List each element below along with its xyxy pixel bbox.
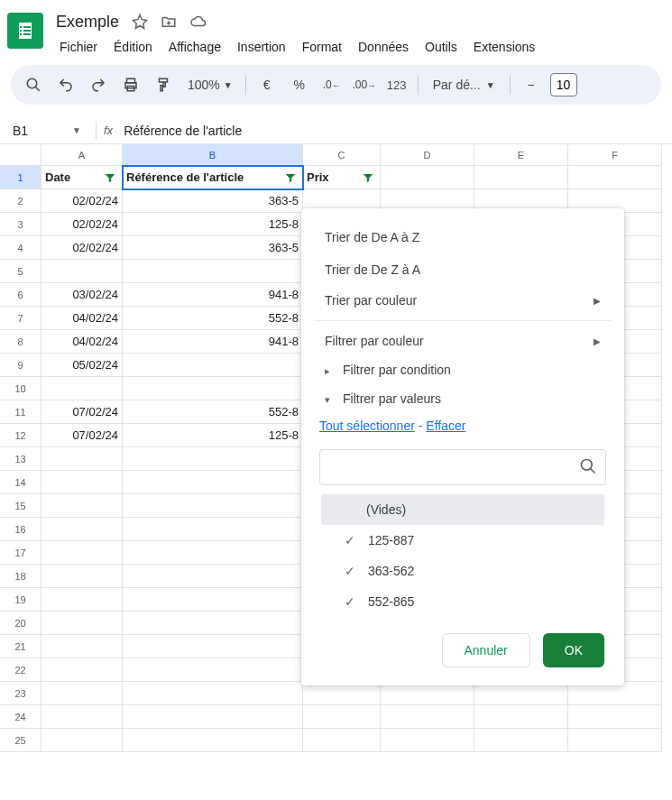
cloud-icon[interactable] [189, 14, 207, 30]
decrease-font-button[interactable]: − [518, 71, 545, 98]
cell[interactable] [123, 518, 303, 541]
cell[interactable] [568, 705, 662, 729]
row-header[interactable]: 16 [0, 518, 41, 541]
menu-édition[interactable]: Édition [106, 36, 160, 58]
formula-input[interactable]: Référence de l'article [124, 124, 242, 138]
cell[interactable] [123, 471, 303, 494]
cell[interactable]: 02/02/24 [41, 236, 123, 260]
row-header[interactable]: 13 [0, 447, 41, 471]
font-dropdown[interactable]: Par dé...▼ [426, 78, 502, 92]
cell[interactable] [123, 588, 303, 611]
row-header[interactable]: 5 [0, 260, 41, 283]
sort-by-color[interactable]: Trier par couleur▶ [301, 286, 624, 315]
cell[interactable]: 941-8 [123, 330, 303, 354]
percent-button[interactable]: % [286, 71, 313, 98]
filter-search-input[interactable] [319, 449, 606, 485]
cell[interactable]: 552-8 [123, 307, 303, 330]
row-header[interactable]: 25 [0, 729, 41, 752]
cell[interactable] [303, 705, 381, 729]
column-header[interactable]: E [474, 144, 568, 166]
row-header[interactable]: 19 [0, 588, 41, 611]
row-header[interactable]: 2 [0, 189, 41, 213]
cell[interactable] [303, 729, 381, 752]
cell[interactable] [41, 541, 123, 565]
cell[interactable]: 125-8 [123, 424, 303, 447]
cell[interactable] [381, 166, 474, 189]
cell[interactable] [123, 447, 303, 471]
search-icon[interactable] [20, 71, 47, 98]
cell[interactable] [41, 565, 123, 588]
cell[interactable] [41, 729, 123, 752]
sort-az[interactable]: Trier de De A à Z [301, 221, 624, 253]
row-header[interactable]: 6 [0, 283, 41, 307]
zoom-dropdown[interactable]: 100%▼ [182, 78, 238, 92]
cell[interactable] [123, 611, 303, 635]
filter-value-item[interactable]: ✓363-562 [321, 556, 604, 586]
cell[interactable] [123, 377, 303, 400]
cancel-button[interactable]: Annuler [442, 633, 530, 667]
cell[interactable]: Date [41, 166, 123, 189]
column-header[interactable]: A [41, 144, 123, 166]
cell[interactable] [41, 471, 123, 494]
row-header[interactable]: 17 [0, 541, 41, 565]
filter-icon[interactable] [360, 170, 376, 186]
column-header[interactable]: D [381, 144, 474, 166]
cell[interactable]: 363-5 [123, 189, 303, 213]
cell[interactable]: 941-8 [123, 283, 303, 307]
cell[interactable] [41, 447, 123, 471]
number-format-button[interactable]: 123 [383, 71, 410, 98]
cell[interactable]: 02/02/24 [41, 189, 123, 213]
cell[interactable] [474, 729, 568, 752]
cell[interactable] [474, 166, 568, 189]
cell[interactable] [474, 705, 568, 729]
row-header[interactable]: 8 [0, 330, 41, 354]
cell[interactable]: 05/02/24 [41, 354, 123, 377]
doc-title[interactable]: Exemple [52, 11, 123, 33]
row-header[interactable]: 18 [0, 565, 41, 588]
select-all-corner[interactable] [0, 144, 41, 166]
star-icon[interactable] [132, 14, 148, 30]
cell[interactable] [381, 729, 474, 752]
cell-reference-box[interactable]: B1▼ [7, 124, 88, 138]
cell[interactable] [123, 682, 303, 705]
cell[interactable]: 04/02/24 [41, 307, 123, 330]
cell[interactable] [41, 658, 123, 682]
menu-outils[interactable]: Outils [418, 36, 465, 58]
cell[interactable] [41, 377, 123, 400]
cell[interactable]: 04/02/24 [41, 330, 123, 354]
row-header[interactable]: 23 [0, 682, 41, 705]
cell[interactable]: 03/02/24 [41, 283, 123, 307]
cell[interactable] [568, 729, 662, 752]
row-header[interactable]: 22 [0, 658, 41, 682]
cell[interactable] [41, 518, 123, 541]
cell[interactable] [123, 260, 303, 283]
menu-données[interactable]: Données [351, 36, 416, 58]
select-all-link[interactable]: Tout sélectionner [319, 418, 415, 433]
cell[interactable]: 363-5 [123, 236, 303, 260]
cell[interactable] [41, 260, 123, 283]
row-header[interactable]: 1 [0, 166, 41, 189]
filter-icon[interactable] [102, 170, 118, 186]
menu-format[interactable]: Format [295, 36, 349, 58]
filter-value-item[interactable]: ✓125-887 [321, 525, 604, 556]
redo-icon[interactable] [85, 71, 112, 98]
cell[interactable] [41, 635, 123, 658]
cell[interactable]: Référence de l'article [123, 166, 303, 189]
row-header[interactable]: 7 [0, 307, 41, 330]
move-icon[interactable] [161, 14, 177, 30]
row-header[interactable]: 11 [0, 400, 41, 424]
cell[interactable] [123, 565, 303, 588]
paint-format-icon[interactable] [150, 71, 177, 98]
cell[interactable]: 07/02/24 [41, 400, 123, 424]
row-header[interactable]: 14 [0, 471, 41, 494]
filter-by-condition[interactable]: Filtrer par condition [301, 355, 624, 384]
cell[interactable] [41, 494, 123, 518]
cell[interactable]: 02/02/24 [41, 213, 123, 236]
font-size-input[interactable] [550, 73, 577, 97]
row-header[interactable]: 9 [0, 354, 41, 377]
filter-value-blank[interactable]: (Vides) [321, 494, 604, 525]
row-header[interactable]: 15 [0, 494, 41, 518]
clear-link[interactable]: Effacer [426, 418, 465, 433]
column-header[interactable]: C [303, 144, 381, 166]
cell[interactable]: Prix [303, 166, 381, 189]
